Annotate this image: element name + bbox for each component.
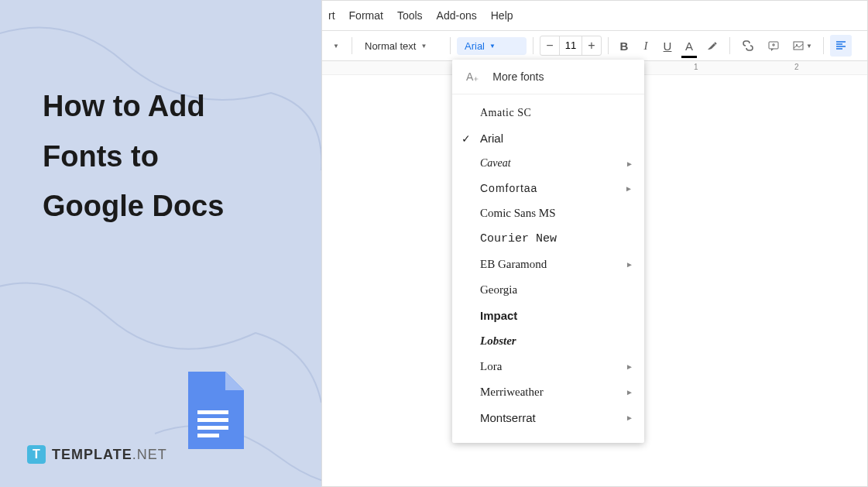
svg-rect-2	[197, 426, 228, 430]
italic-button[interactable]: I	[636, 35, 655, 57]
ruler-mark-2: 2	[794, 63, 799, 71]
svg-rect-3	[197, 434, 219, 437]
chevron-down-icon: ▼	[489, 43, 496, 50]
font-item-eb-garamond[interactable]: EB Garamond►	[452, 252, 644, 277]
title-line-3: Google Docs	[43, 181, 224, 231]
submenu-arrow-icon: ►	[626, 388, 633, 396]
insert-image-button[interactable]: ▼	[787, 35, 817, 57]
highlight-color-button[interactable]	[702, 35, 723, 57]
font-item-label: Merriweather	[480, 386, 544, 399]
font-item-label: Comfortaa	[480, 182, 537, 194]
font-item-label: Comic Sans MS	[480, 207, 556, 220]
separator	[729, 37, 730, 54]
menu-addons[interactable]: Add-ons	[437, 9, 477, 22]
separator	[608, 37, 609, 54]
font-item-merriweather[interactable]: Merriweather►	[452, 379, 644, 405]
submenu-arrow-icon: ►	[626, 260, 633, 269]
title-line-1: How to Add	[43, 81, 224, 132]
font-item-label: Lora	[480, 360, 502, 373]
font-list: Amatic SC✓ArialCaveat►Comfortaa►Comic Sa…	[452, 94, 644, 437]
font-item-label: Arial	[480, 132, 503, 145]
font-item-label: Lobster	[480, 334, 516, 348]
more-fonts-item[interactable]: A₊ More fonts	[452, 60, 644, 94]
submenu-arrow-icon: ►	[626, 159, 633, 168]
font-item-lora[interactable]: Lora►	[452, 354, 644, 379]
svg-rect-1	[197, 418, 228, 422]
text-color-button[interactable]: A	[680, 35, 698, 57]
info-panel: How to Add Fonts to Google Docs T TEMPLA…	[0, 0, 321, 487]
align-left-button[interactable]	[830, 35, 852, 57]
check-icon: ✓	[461, 132, 471, 145]
add-font-icon: A₊	[466, 70, 479, 83]
menu-tools[interactable]: Tools	[397, 9, 423, 22]
font-item-label: Caveat	[480, 157, 511, 170]
font-size-input[interactable]: 11	[559, 36, 582, 55]
font-item-impact[interactable]: Impact	[452, 303, 644, 328]
page-title: How to Add Fonts to Google Docs	[43, 81, 224, 231]
chevron-down-icon: ▼	[420, 43, 427, 50]
menu-insert-truncated[interactable]: rt	[328, 9, 335, 22]
toolbar-prev-dropdown[interactable]: ▼	[327, 35, 345, 57]
ruler-mark-1: 1	[694, 63, 698, 71]
font-item-georgia[interactable]: Georgia	[452, 277, 644, 303]
separator	[533, 37, 533, 54]
separator	[823, 37, 824, 54]
separator	[450, 37, 451, 54]
menu-help[interactable]: Help	[491, 9, 513, 22]
color-indicator	[681, 56, 697, 58]
font-dropdown-menu: A₊ More fonts Amatic SC✓ArialCaveat►Comf…	[452, 60, 644, 443]
font-item-amatic-sc[interactable]: Amatic SC	[452, 101, 644, 125]
font-item-courier-new[interactable]: Courier New	[452, 226, 644, 252]
font-item-arial[interactable]: ✓Arial	[452, 125, 644, 151]
font-item-comic-sans-ms[interactable]: Comic Sans MS	[452, 201, 644, 226]
font-family-dropdown[interactable]: Arial ▼	[457, 37, 527, 55]
font-item-label: Impact	[480, 309, 517, 322]
google-docs-window: rt Format Tools Add-ons Help ▼ Normal te…	[321, 0, 868, 487]
menu-format[interactable]: Format	[349, 9, 383, 22]
font-size-group: − 11 +	[540, 36, 602, 56]
insert-link-button[interactable]	[736, 35, 760, 57]
brand-name: TEMPLATE.NET	[52, 447, 167, 463]
svg-rect-0	[197, 410, 228, 414]
font-item-lobster[interactable]: Lobster	[452, 328, 644, 354]
submenu-arrow-icon: ►	[625, 184, 633, 193]
font-item-label: Georgia	[480, 283, 517, 297]
font-item-label: Amatic SC	[480, 107, 531, 119]
brand: T TEMPLATE.NET	[27, 445, 167, 464]
paragraph-style-dropdown[interactable]: Normal text ▼	[359, 37, 444, 55]
brand-logo-icon: T	[27, 445, 46, 464]
font-item-comfortaa[interactable]: Comfortaa►	[452, 176, 644, 201]
toolbar: ▼ Normal text ▼ Arial ▼ − 11 + B I U A	[322, 30, 867, 61]
increase-font-size-button[interactable]: +	[582, 36, 601, 55]
menubar: rt Format Tools Add-ons Help	[322, 1, 867, 30]
submenu-arrow-icon: ►	[626, 413, 633, 422]
title-line-2: Fonts to	[43, 132, 224, 182]
font-item-montserrat[interactable]: Montserrat►	[452, 405, 644, 430]
underline-button[interactable]: U	[658, 35, 677, 57]
submenu-arrow-icon: ►	[626, 362, 633, 371]
font-item-label: EB Garamond	[480, 258, 547, 271]
font-item-label: Courier New	[480, 232, 557, 245]
decorative-waves	[0, 0, 321, 487]
add-comment-button[interactable]	[763, 35, 784, 57]
separator	[352, 37, 352, 54]
font-item-caveat[interactable]: Caveat►	[452, 151, 644, 176]
bold-button[interactable]: B	[615, 35, 633, 57]
font-item-label: Montserrat	[480, 411, 536, 424]
google-docs-icon	[182, 372, 244, 449]
decrease-font-size-button[interactable]: −	[540, 36, 559, 55]
